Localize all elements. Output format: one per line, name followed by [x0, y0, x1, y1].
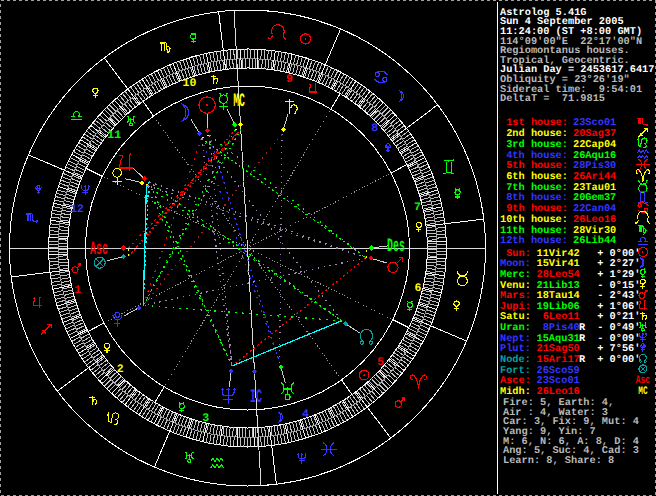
svg-text:10: 10: [183, 77, 197, 90]
svg-text:Learn: 8, Share: 8: Learn: 8, Share: 8: [503, 455, 614, 467]
svg-text:3: 3: [202, 412, 209, 425]
svg-text:26Leo16: 26Leo16: [537, 386, 580, 398]
svg-text:12th house:: 12th house:: [500, 235, 568, 247]
svg-text:11: 11: [107, 129, 121, 142]
svg-text:8: 8: [371, 122, 378, 135]
svg-text:6: 6: [414, 282, 421, 295]
svg-text:7: 7: [414, 201, 421, 214]
svg-text:5: 5: [377, 356, 384, 369]
svg-text:1: 1: [74, 284, 81, 297]
svg-text:26Lib44: 26Lib44: [573, 235, 616, 247]
svg-text:MC: MC: [638, 385, 647, 398]
svg-text:2: 2: [117, 363, 124, 376]
svg-text:MC: MC: [233, 90, 245, 112]
svg-text:Asc: Asc: [90, 238, 108, 260]
svg-text:R: R: [579, 354, 586, 366]
svg-text:Midh:: Midh:: [500, 386, 531, 398]
svg-text:IC: IC: [250, 386, 262, 408]
svg-text:4: 4: [302, 408, 309, 421]
svg-text:DeltaT = 71.9815: DeltaT = 71.9815: [500, 93, 605, 105]
svg-text:12: 12: [70, 203, 84, 216]
svg-text:R: R: [579, 333, 586, 345]
svg-text:9: 9: [286, 73, 293, 86]
svg-text:Des: Des: [387, 235, 405, 257]
svg-text:0°00': 0°00': [603, 354, 640, 366]
